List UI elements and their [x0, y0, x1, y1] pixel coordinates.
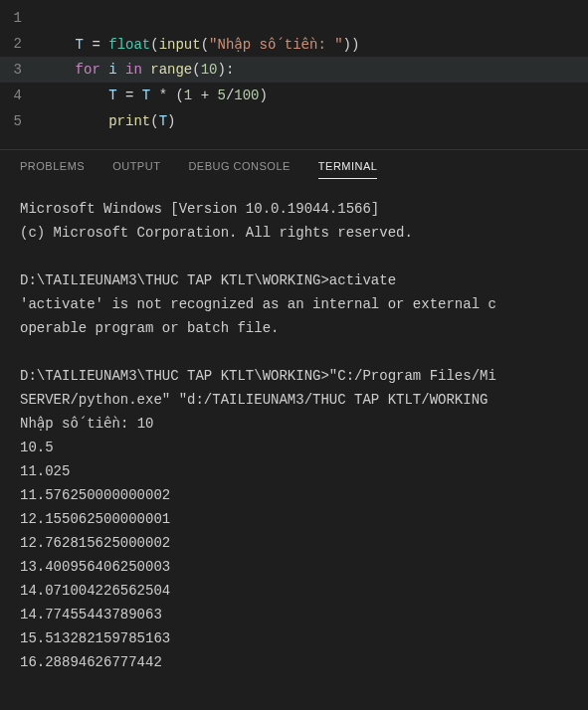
code-line[interactable]: 1	[0, 5, 588, 31]
terminal-line: D:\TAILIEUNAM3\THUC TAP KTLT\WORKING>"C:…	[20, 364, 568, 388]
code-line[interactable]: 5 print(T)	[0, 108, 588, 134]
terminal-line: 15.513282159785163	[20, 626, 568, 650]
code-line[interactable]: 4 T = T * (1 + 5/100)	[0, 83, 588, 108]
terminal-line: 'activate' is not recognized as an inter…	[20, 292, 568, 316]
terminal-line	[20, 340, 568, 364]
terminal-line: 14.071004226562504	[20, 579, 568, 603]
terminal-line	[20, 245, 568, 268]
code-editor[interactable]: 1 2 T = float(input("Nhập số tiền: "))3 …	[0, 0, 588, 149]
line-number: 1	[0, 10, 42, 26]
line-number: 3	[0, 62, 42, 78]
tab-output[interactable]: OUTPUT	[112, 160, 160, 179]
code-line[interactable]: 3 for i in range(10):	[0, 57, 588, 83]
terminal-line: Nhập số tiền: 10	[20, 412, 568, 436]
terminal-line: 12.155062500000001	[20, 507, 568, 531]
code-content: T = T * (1 + 5/100)	[42, 88, 268, 103]
code-content	[42, 10, 76, 26]
terminal-line: 13.400956406250003	[20, 555, 568, 579]
terminal-line: operable program or batch file.	[20, 316, 568, 340]
tab-problems[interactable]: PROBLEMS	[20, 160, 85, 179]
terminal-line: 16.28894626777442	[20, 650, 568, 674]
terminal-line: 12.762815625000002	[20, 531, 568, 555]
terminal-line: D:\TAILIEUNAM3\THUC TAP KTLT\WORKING>act…	[20, 268, 568, 292]
code-content: print(T)	[42, 113, 175, 129]
terminal-line: 14.77455443789063	[20, 603, 568, 626]
terminal-panel[interactable]: Microsoft Windows [Version 10.0.19044.15…	[0, 179, 588, 692]
tab-debug-console[interactable]: DEBUG CONSOLE	[188, 160, 290, 179]
terminal-line: (c) Microsoft Corporation. All rights re…	[20, 221, 568, 245]
code-line[interactable]: 2 T = float(input("Nhập số tiền: "))	[0, 31, 588, 57]
code-content: for i in range(10):	[42, 62, 234, 78]
line-number: 2	[0, 36, 42, 52]
terminal-line: 10.5	[20, 436, 568, 459]
tab-terminal[interactable]: TERMINAL	[318, 160, 378, 179]
line-number: 4	[0, 88, 42, 103]
terminal-line: 11.025	[20, 459, 568, 483]
terminal-line: Microsoft Windows [Version 10.0.19044.15…	[20, 197, 568, 221]
terminal-line: SERVER/python.exe" "d:/TAILIEUNAM3/THUC …	[20, 388, 568, 412]
terminal-line: 11.576250000000002	[20, 483, 568, 507]
code-content: T = float(input("Nhập số tiền: "))	[42, 36, 359, 53]
line-number: 5	[0, 113, 42, 129]
panel-tabs: PROBLEMS OUTPUT DEBUG CONSOLE TERMINAL	[0, 149, 588, 179]
